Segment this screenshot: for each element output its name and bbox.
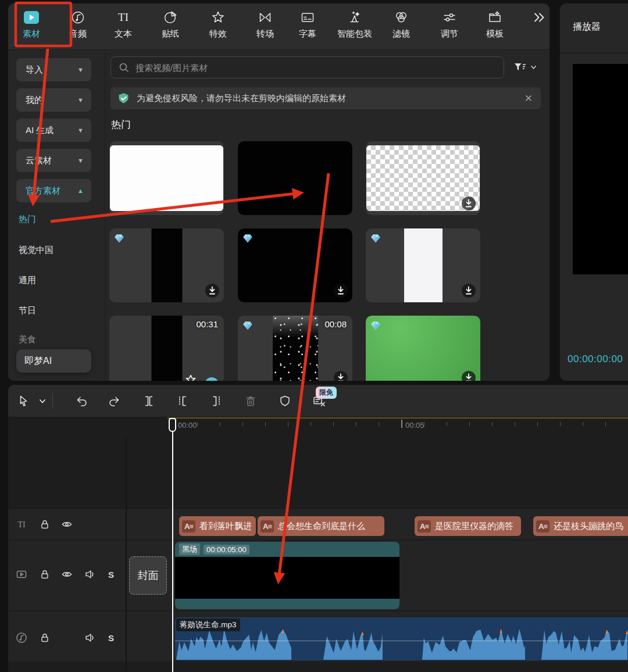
sidebar-button-ai-generate[interactable]: AI 生成▼ xyxy=(16,119,91,142)
download-icon[interactable] xyxy=(205,283,220,298)
video-clip-black[interactable]: 黑场 00:00:05:00 xyxy=(175,542,399,609)
limited-free-badge: 限免 xyxy=(316,387,337,399)
capcut-window: 素材音频TI文本贴纸特效转场字幕智能包装滤镜调节模板 导入▼我的▼AI 生成▼云… xyxy=(0,0,628,672)
vip-diamond-icon xyxy=(242,233,253,244)
ruler-tick xyxy=(560,422,561,426)
toolbar-tab-label: 文本 xyxy=(115,28,132,40)
material-card-green-8[interactable] xyxy=(366,316,480,381)
toolbar-tab-adjust[interactable]: 调节 xyxy=(441,9,458,40)
toolbar-tab-text[interactable]: TI文本 xyxy=(115,9,132,40)
audio-note-icon xyxy=(70,9,85,26)
material-card-black-4[interactable] xyxy=(238,228,352,302)
timeline-panel: 限免 00:00 00:05 TISS 封面 A≡看到落叶飘进A≡总会想生命到底… xyxy=(8,385,628,672)
add-plus-icon[interactable] xyxy=(204,377,219,381)
audio-clip[interactable]: 蒋勋说生命.mp3 xyxy=(175,617,628,660)
video-clip-header: 黑场 00:00:05:00 xyxy=(175,542,399,557)
toolbar-tab-effects[interactable]: 特效 xyxy=(209,9,227,40)
sidebar-button-cloud[interactable]: 云素材▼ xyxy=(16,149,91,172)
text-clip-text: 总会想生命到底是什么 xyxy=(278,521,365,532)
text-clip-type-badge: A≡ xyxy=(182,520,195,532)
thumbnail-white xyxy=(110,145,223,211)
toolbar-tab-captions[interactable]: 字幕 xyxy=(299,9,316,40)
download-icon[interactable] xyxy=(333,370,348,381)
favorite-star-icon[interactable] xyxy=(184,374,197,381)
vip-diamond-icon xyxy=(114,233,124,244)
toolbar-tab-label: 调节 xyxy=(441,28,458,40)
sidebar-item-visual-china[interactable]: 视觉中国 xyxy=(19,243,53,257)
text-clip-1[interactable]: A≡总会想生命到底是什么 xyxy=(258,516,384,536)
sidebar-button-jimeng-ai[interactable]: 即梦AI xyxy=(16,349,91,373)
redo-icon[interactable] xyxy=(108,395,121,408)
double-chevron-right-icon xyxy=(531,9,547,26)
split-icon[interactable] xyxy=(142,395,155,408)
search-bar[interactable] xyxy=(110,56,504,78)
mark-shield-icon[interactable] xyxy=(279,395,291,408)
ruler-tick xyxy=(265,422,266,426)
toolbar-tab-material[interactable]: 素材 xyxy=(23,9,40,40)
download-icon[interactable] xyxy=(461,283,476,298)
sidebar-item-festival[interactable]: 节日 xyxy=(19,303,36,317)
toolbar-tab-smartpack[interactable]: 智能包装 xyxy=(337,9,372,40)
select-cursor-icon[interactable] xyxy=(17,395,30,408)
toolbar-tab-label: 滤镜 xyxy=(392,28,410,40)
undo-icon[interactable] xyxy=(75,395,88,408)
top-toolbar: 素材音频TI文本贴纸特效转场字幕智能包装滤镜调节模板 xyxy=(8,3,550,50)
filter-button[interactable] xyxy=(513,59,547,76)
ruler-tick xyxy=(605,422,606,426)
section-title: 热门 xyxy=(111,118,131,131)
toolbar-tab-more[interactable] xyxy=(531,9,547,28)
download-icon[interactable] xyxy=(333,283,348,298)
sidebar-item-hot[interactable]: 热门 xyxy=(19,212,36,226)
cover-button[interactable]: 封面 xyxy=(129,556,167,595)
toolbar-tab-label: 音频 xyxy=(69,28,87,40)
lock-toggle-video[interactable] xyxy=(39,569,51,580)
sidebar-button-import[interactable]: 导入▼ xyxy=(16,58,91,81)
sidebar-button-mine[interactable]: 我的▼ xyxy=(16,88,91,112)
solo-toggle-audio[interactable]: S xyxy=(108,633,114,643)
playhead-line[interactable] xyxy=(172,431,173,672)
eye-toggle-text[interactable] xyxy=(61,519,73,530)
download-icon[interactable] xyxy=(461,370,476,381)
chevron-down-icon[interactable] xyxy=(39,398,46,404)
split-left-icon[interactable] xyxy=(176,395,189,408)
speaker-toggle-video[interactable] xyxy=(84,569,96,580)
chevron-down-icon xyxy=(530,65,537,70)
lock-toggle-audio[interactable] xyxy=(39,632,51,644)
template-folder-icon xyxy=(487,9,502,26)
eye-toggle-video[interactable] xyxy=(61,569,73,580)
sidebar-item-food[interactable]: 美食 xyxy=(19,333,36,346)
download-icon[interactable] xyxy=(461,196,476,211)
sidebar-button-official[interactable]: 官方素材▲ xyxy=(16,179,91,202)
player-preview[interactable] xyxy=(573,64,628,274)
material-card-checker-2[interactable] xyxy=(366,141,480,215)
search-input[interactable] xyxy=(134,62,462,73)
ruler-tick xyxy=(583,422,583,426)
sidebar-button-label: 我的 xyxy=(26,95,43,106)
lock-toggle-text[interactable] xyxy=(39,519,51,530)
chevron-down-icon: ▼ xyxy=(77,66,84,73)
text-clip-0[interactable]: A≡看到落叶飘进 xyxy=(179,516,256,536)
split-right-icon[interactable] xyxy=(210,395,223,408)
material-card-strip-black-3[interactable] xyxy=(109,228,224,302)
playhead-handle[interactable] xyxy=(169,418,176,432)
solo-toggle-video[interactable]: S xyxy=(108,570,114,580)
sidebar-item-general[interactable]: 通用 xyxy=(19,273,36,287)
text-ti-icon: TI xyxy=(116,9,131,26)
speaker-toggle-audio[interactable] xyxy=(84,632,96,644)
delete-icon[interactable] xyxy=(244,395,257,408)
material-card-strip-white-5[interactable] xyxy=(366,228,480,302)
toolbar-tab-audio[interactable]: 音频 xyxy=(69,9,87,40)
toolbar-tab-templates[interactable]: 模板 xyxy=(486,9,504,40)
text-clip-3[interactable]: A≡还是枝头蹦跳的鸟 xyxy=(533,516,628,536)
notice-text: 为避免侵权风险，请勿导出未在剪映内编辑的原始素材 xyxy=(137,93,346,104)
toolbar-tab-transition[interactable]: 转场 xyxy=(256,9,274,40)
text-clip-2[interactable]: A≡是医院里仪器的滴答 xyxy=(415,516,521,536)
close-icon[interactable]: ✕ xyxy=(524,92,533,105)
material-card-strip-black-6[interactable]: 00:31 xyxy=(109,316,224,381)
material-card-black-1[interactable] xyxy=(238,141,352,215)
audio-volume-line[interactable] xyxy=(175,641,628,641)
toolbar-tab-filters[interactable]: 滤镜 xyxy=(392,9,410,40)
material-card-strip-particles-7[interactable]: 00:08 xyxy=(238,316,352,381)
material-card-white-0[interactable] xyxy=(109,141,224,215)
toolbar-tab-sticker[interactable]: 贴纸 xyxy=(162,9,179,40)
